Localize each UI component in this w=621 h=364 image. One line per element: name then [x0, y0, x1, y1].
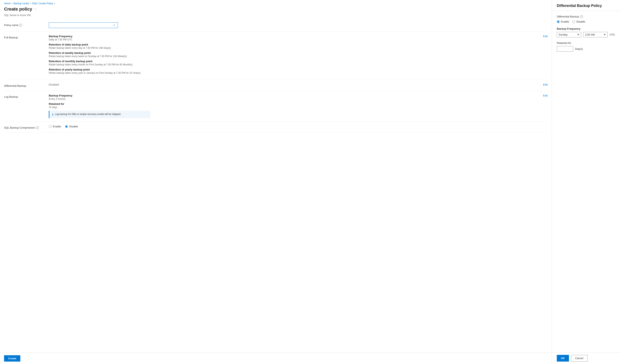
- side-backup-frequency-label: Backup Frequency: [557, 27, 616, 30]
- breadcrumb-sep-2: >: [30, 2, 31, 5]
- policy-name-input[interactable]: testpolicy: [51, 24, 113, 27]
- side-enable-option[interactable]: Enable: [557, 20, 569, 23]
- log-backup-label: Log Backup: [4, 94, 49, 98]
- log-backup-content: Backup Frequency Every 2 hour(s) Retaine…: [49, 94, 548, 118]
- side-retained-input[interactable]: 30: [557, 46, 573, 51]
- side-backup-frequency-group: Backup Frequency Sunday Monday Tuesday W…: [557, 27, 616, 37]
- ok-button[interactable]: OK: [557, 355, 569, 362]
- side-panel: Differential Backup Policy Differential …: [552, 0, 621, 364]
- side-time-select[interactable]: 12:00 AM 1:00 AM 2:00 AM 3:00 AM 4:00 AM…: [583, 32, 608, 37]
- sql-compression-disable-option[interactable]: Disable: [65, 125, 78, 128]
- differential-backup-section: Disabled Edit: [49, 83, 548, 86]
- side-differential-backup-info-icon[interactable]: i: [580, 15, 583, 18]
- cancel-button[interactable]: Cancel: [571, 355, 588, 362]
- policy-name-input-wrapper: testpolicy ✓: [49, 22, 118, 28]
- side-retained-row: 30 Day(s): [557, 46, 616, 51]
- sql-backup-compression-label-text: SQL Backup Compression: [4, 126, 35, 129]
- full-backup-label-text: Full Backup: [4, 36, 18, 39]
- differential-backup-label-text: Differential Backup: [4, 84, 26, 87]
- sql-backup-compression-content: Enable Disable: [49, 125, 548, 128]
- differential-backup-label: Differential Backup: [4, 83, 49, 87]
- sql-backup-compression-row: SQL Backup Compression i Enable Disable: [4, 122, 548, 133]
- retention-daily-value: Retain backup taken every day at 7:30 PM…: [49, 47, 539, 49]
- breadcrumb-home[interactable]: Home: [4, 2, 11, 5]
- side-disable-radio[interactable]: [572, 20, 575, 23]
- breadcrumb-sep-3: >: [54, 2, 55, 5]
- policy-name-content: testpolicy ✓: [49, 22, 548, 28]
- sql-compression-disable-radio[interactable]: [65, 125, 68, 128]
- breadcrumb-sep-1: >: [11, 2, 13, 5]
- full-backup-edit-link[interactable]: Edit: [543, 35, 548, 38]
- page-title: Create policy: [4, 6, 32, 12]
- side-retained-group: Retained for 30 Day(s): [557, 41, 616, 51]
- log-backup-label-text: Log Backup: [4, 95, 18, 98]
- log-backup-details: Backup Frequency Every 2 hour(s) Retaine…: [49, 94, 539, 118]
- bottom-bar: Create: [0, 353, 552, 364]
- side-differential-backup-group: Differential Backup i Enable Disable: [557, 15, 616, 23]
- log-backup-frequency-value: Every 2 hour(s): [49, 98, 539, 100]
- sql-compression-disable-label: Disable: [69, 125, 78, 128]
- sql-backup-compression-info-icon[interactable]: i: [36, 126, 39, 129]
- log-backup-section: Backup Frequency Every 2 hour(s) Retaine…: [49, 94, 548, 118]
- differential-backup-row: Differential Backup Disabled Edit: [4, 80, 548, 91]
- full-backup-content: Backup Frequency Daily at 7:30 PM UTC Re…: [49, 35, 548, 76]
- side-select-row: Sunday Monday Tuesday Wednesday Thursday…: [557, 32, 616, 37]
- side-differential-backup-label: Differential Backup i: [557, 15, 616, 18]
- side-day-select[interactable]: Sunday Monday Tuesday Wednesday Thursday…: [557, 32, 581, 37]
- side-enable-label: Enable: [561, 20, 569, 23]
- retention-daily-title: Retention of daily backup point: [49, 43, 539, 46]
- sql-backup-compression-label: SQL Backup Compression i: [4, 125, 49, 129]
- page-header: Create policy ···: [0, 6, 552, 14]
- info-box-icon: ℹ: [52, 113, 53, 116]
- backup-frequency-value: Daily at 7:30 PM UTC: [49, 38, 539, 41]
- backup-frequency-title: Backup Frequency: [49, 35, 539, 38]
- retention-monthly-value: Retain backup taken every month on First…: [49, 63, 539, 66]
- sql-backup-compression-radio-group: Enable Disable: [49, 125, 548, 128]
- breadcrumb: Home > Backup center > Start: Create Pol…: [0, 0, 552, 6]
- retention-monthly-title: Retention of monthly backup point: [49, 60, 539, 63]
- side-bottom-bar: OK Cancel: [552, 352, 621, 364]
- policy-name-info-icon[interactable]: i: [19, 24, 22, 27]
- breadcrumb-backup-center[interactable]: Backup center: [13, 2, 29, 5]
- log-backup-frequency-title: Backup Frequency: [49, 94, 539, 97]
- main-panel: Home > Backup center > Start: Create Pol…: [0, 0, 552, 364]
- log-backup-info-box: ℹ Log backup for DBs in simple recovery …: [49, 111, 150, 118]
- side-retained-label: Retained for: [557, 41, 616, 45]
- sql-compression-enable-radio[interactable]: [49, 125, 52, 128]
- side-utc-label: UTC: [610, 33, 615, 36]
- log-backup-row: Log Backup Backup Frequency Every 2 hour…: [4, 91, 548, 122]
- side-disable-option[interactable]: Disable: [572, 20, 585, 23]
- full-backup-details: Backup Frequency Daily at 7:30 PM UTC Re…: [49, 35, 539, 76]
- retention-yearly-value: Retain backup taken every year in Januar…: [49, 71, 539, 74]
- policy-name-row: Policy name i testpolicy ✓: [4, 19, 548, 32]
- full-backup-section: Backup Frequency Daily at 7:30 PM UTC Re…: [49, 35, 548, 76]
- side-retained-unit: Day(s): [575, 47, 583, 50]
- policy-name-label: Policy name i: [4, 22, 49, 27]
- side-disable-label: Disable: [576, 20, 585, 23]
- side-differential-radio-group: Enable Disable: [557, 20, 616, 23]
- side-panel-title: Differential Backup Policy: [557, 4, 616, 8]
- log-backup-retained-value: 15 days: [49, 106, 539, 109]
- side-panel-header: Differential Backup Policy: [552, 0, 621, 11]
- full-backup-label: Full Backup: [4, 35, 49, 39]
- sql-compression-enable-label: Enable: [53, 125, 61, 128]
- log-backup-retained-title: Retained for: [49, 102, 539, 105]
- side-panel-content: Differential Backup i Enable Disable Bac…: [552, 11, 621, 352]
- side-enable-radio[interactable]: [557, 20, 560, 23]
- content-area: Policy name i testpolicy ✓ Full Backup B…: [0, 19, 552, 353]
- sql-compression-enable-option[interactable]: Enable: [49, 125, 61, 128]
- retention-weekly-value: Retain backup taken every week on Sunday…: [49, 55, 539, 58]
- differential-backup-content: Disabled Edit: [49, 83, 548, 86]
- more-options-icon[interactable]: ···: [34, 7, 37, 11]
- differential-backup-status: Disabled: [49, 83, 59, 86]
- breadcrumb-start-create[interactable]: Start: Create Policy: [32, 2, 53, 5]
- page-subtitle: SQL Server in Azure VM: [0, 14, 552, 19]
- retention-weekly-title: Retention of weekly backup point: [49, 51, 539, 54]
- side-differential-backup-label-text: Differential Backup: [557, 15, 579, 18]
- log-backup-edit-link[interactable]: Edit: [543, 94, 548, 97]
- policy-name-check-icon: ✓: [113, 24, 116, 27]
- policy-name-text: Policy name: [4, 24, 18, 27]
- create-button[interactable]: Create: [4, 355, 20, 362]
- differential-backup-edit-link[interactable]: Edit: [543, 83, 548, 86]
- retention-yearly-title: Retention of yearly backup point: [49, 68, 539, 71]
